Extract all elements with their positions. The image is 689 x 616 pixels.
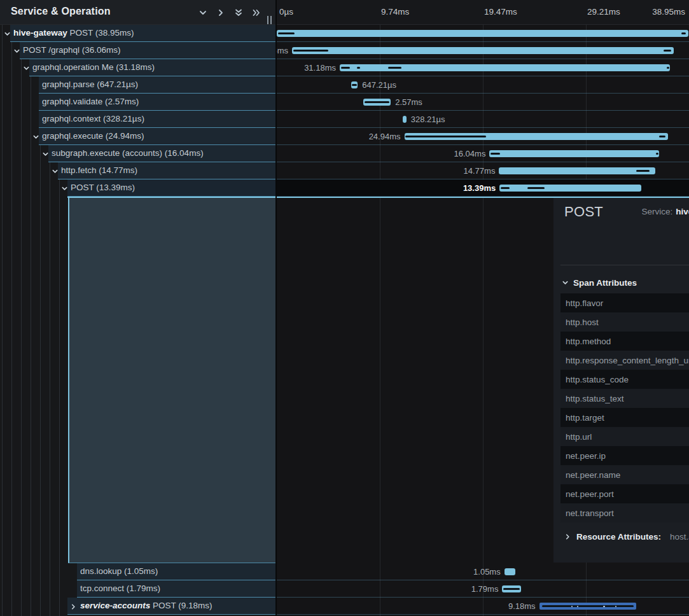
duration-label: 647.21µs	[362, 80, 396, 90]
span-row[interactable]: hive-gateway POST (38.95ms)	[0, 25, 276, 42]
span-bar[interactable]	[292, 47, 674, 54]
span-row[interactable]: graphql.context (328.21µs)	[0, 111, 276, 128]
span-bar[interactable]	[505, 568, 516, 575]
column-resize-handle[interactable]	[267, 16, 274, 24]
span-row[interactable]: graphql.execute (24.94ms)	[0, 128, 276, 145]
duration-label: 1.79ms	[471, 584, 499, 594]
timeline-panel: 38.95ms36.06ms31.18ms647.21µs2.57ms328.2…	[277, 0, 689, 616]
timeline-row[interactable]: 14.77ms	[277, 162, 689, 179]
attribute-row: net.transport"ip_tcp"	[560, 503, 689, 522]
attribute-key: http.url	[566, 432, 689, 442]
axis-tick-label: 19.47ms	[484, 7, 517, 17]
span-label: graphql.parse (647.21µs)	[42, 80, 138, 89]
resource-attributes-toggle[interactable]: Resource Attributes: host.arch=arm64host…	[564, 531, 689, 542]
span-tree-panel: hive-gateway POST (38.95ms)POST /graphql…	[0, 0, 276, 616]
span-row[interactable]: dns.lookup (1.05ms)	[0, 563, 276, 580]
span-bar[interactable]	[489, 150, 659, 157]
axis-tick-label: 9.74ms	[381, 7, 409, 17]
chevron-down-icon[interactable]	[42, 150, 49, 157]
child-span-marker	[341, 67, 350, 69]
span-row[interactable]: service-accounts POST (9.18ms)	[0, 598, 276, 615]
span-bar[interactable]	[277, 30, 688, 37]
span-row[interactable]: POST /graphql (36.06ms)	[0, 42, 276, 59]
child-span-marker	[388, 67, 402, 69]
span-bar[interactable]	[403, 116, 407, 123]
child-span-marker	[527, 187, 545, 189]
attribute-row: net.peer.name"localhost"	[560, 465, 689, 484]
timeline-row[interactable]: 13.39ms	[277, 179, 689, 197]
panel-divider[interactable]	[275, 0, 277, 616]
span-row[interactable]: graphql.parse (647.21µs)	[0, 76, 276, 94]
span-row[interactable]: tcp.connect (1.79ms)	[0, 580, 276, 598]
child-span-marker	[278, 32, 295, 34]
resource-key: host.arch	[670, 532, 689, 542]
span-row[interactable]: POST (13.39ms)	[0, 179, 276, 197]
span-detail-panel: POST Service:hive-gatewayDuration:13.39m…	[553, 198, 689, 563]
child-span-marker	[681, 32, 686, 34]
child-span-marker	[491, 153, 500, 155]
timeline-row[interactable]: 647.21µs	[277, 76, 689, 94]
span-row[interactable]: subgraph.execute (accounts) (16.04ms)	[0, 145, 276, 162]
duration-label: 1.05ms	[473, 567, 501, 577]
timeline-row[interactable]: 1.05ms	[277, 563, 689, 580]
service-name: hive-gateway	[13, 28, 67, 38]
span-label: graphql.execute (24.94ms)	[42, 131, 144, 141]
event-dot	[603, 606, 605, 608]
attribute-row: http.url"http://localhost:4011/"	[560, 427, 689, 446]
timeline-row[interactable]: 2.57ms	[277, 94, 689, 111]
span-label: graphql.validate (2.57ms)	[42, 97, 139, 106]
span-row[interactable]: graphql.operation Me (31.18ms)	[0, 59, 276, 76]
span-bar[interactable]	[499, 167, 655, 174]
attribute-row: http.host"localhost:4011"	[560, 312, 689, 332]
chevron-down-icon[interactable]	[32, 133, 39, 140]
duration-label: 13.39ms	[463, 183, 496, 193]
axis-tick-label: 29.21ms	[587, 7, 620, 17]
span-title: POST	[564, 204, 603, 220]
attribute-key: http.status_text	[566, 394, 689, 403]
timeline-row[interactable]: 38.95ms	[277, 25, 689, 42]
span-attributes-toggle[interactable]: Span Attributes	[562, 278, 637, 288]
child-span-marker	[664, 50, 671, 52]
attribute-row: http.target"/"	[560, 408, 689, 427]
chevron-down-icon[interactable]	[52, 167, 59, 174]
span-row[interactable]: http.fetch (14.77ms)	[0, 162, 276, 179]
timeline-row[interactable]: 16.04ms	[277, 145, 689, 162]
attribute-key: http.response_content_length_uncompresse…	[566, 356, 689, 365]
span-bar[interactable]	[499, 185, 641, 192]
axis-tick-label: 0µs	[279, 7, 293, 17]
attribute-key: net.peer.port	[566, 489, 689, 499]
span-detail-spacer	[68, 197, 276, 563]
timeline-row[interactable]: 328.21µs	[277, 111, 689, 128]
attribute-row: http.flavor"1.1"	[560, 293, 689, 312]
child-span-marker	[405, 136, 486, 137]
chevron-right-icon[interactable]	[70, 603, 77, 610]
child-span-marker	[636, 170, 650, 172]
attribute-key: net.transport	[566, 508, 689, 518]
timeline-row[interactable]: 24.94ms	[277, 128, 689, 145]
chevron-down-icon[interactable]	[23, 64, 30, 71]
double-chevron-down-icon[interactable]	[232, 6, 246, 19]
chevron-down-icon[interactable]	[13, 47, 20, 54]
chevron-down-icon[interactable]	[4, 30, 11, 37]
attribute-key: http.flavor	[566, 298, 689, 308]
child-span-marker	[503, 588, 520, 590]
timeline-row[interactable]: 9.18ms	[277, 598, 689, 615]
duration-label: 24.94ms	[369, 132, 401, 141]
chevron-down-icon[interactable]	[61, 185, 68, 192]
duration-label: 2.57ms	[395, 97, 422, 107]
attribute-key: http.method	[566, 337, 689, 346]
span-label: POST (13.39ms)	[71, 183, 135, 192]
timeline-row[interactable]: 31.18ms	[277, 59, 689, 76]
chevron-right-icon[interactable]	[214, 6, 228, 19]
span-meta-line: Service:hive-gatewayDuration:13.39msStar…	[641, 206, 689, 217]
double-chevron-right-icon[interactable]	[249, 6, 263, 19]
timeline-row[interactable]: 1.79ms	[277, 580, 689, 598]
attribute-row: net.peer.ip"::1"	[560, 446, 689, 465]
span-row[interactable]: graphql.validate (2.57ms)	[0, 94, 276, 111]
trace-viewer: hive-gateway POST (38.95ms)POST /graphql…	[0, 0, 689, 616]
chevron-down-icon[interactable]	[196, 6, 210, 19]
timeline-row[interactable]: 36.06ms	[277, 42, 689, 59]
attributes-table: http.flavor"1.1"http.host"localhost:4011…	[560, 293, 689, 522]
attribute-key: http.host	[566, 318, 689, 327]
event-dot	[615, 606, 617, 608]
